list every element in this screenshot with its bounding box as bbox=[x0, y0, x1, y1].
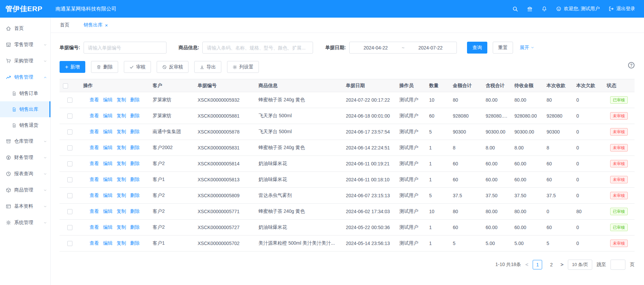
sidebar-item-product[interactable]: 商品管理 bbox=[0, 182, 50, 198]
sidebar-item-sales-order[interactable]: 销售订单 bbox=[0, 85, 50, 101]
tab-sales-outbound[interactable]: 销售出库 × bbox=[84, 22, 108, 28]
row-delete-link[interactable]: 删除 bbox=[130, 192, 140, 198]
row-delete-link[interactable]: 删除 bbox=[130, 177, 140, 182]
sidebar-item-finance[interactable]: 财务管理 bbox=[0, 149, 50, 166]
view-link[interactable]: 查看 bbox=[90, 97, 99, 102]
unaudit-button[interactable]: 反审核 bbox=[157, 61, 188, 73]
row-checkbox[interactable] bbox=[67, 177, 72, 182]
delete-button[interactable]: 删除 bbox=[91, 61, 118, 73]
row-checkbox[interactable] bbox=[67, 129, 72, 135]
search-icon[interactable] bbox=[512, 6, 518, 12]
view-link[interactable]: 查看 bbox=[90, 177, 99, 182]
row-delete-link[interactable]: 删除 bbox=[130, 240, 140, 246]
add-button[interactable]: + 新增 bbox=[60, 61, 85, 73]
col-qty: 数量 bbox=[426, 79, 449, 92]
row-delete-link[interactable]: 删除 bbox=[130, 113, 140, 118]
sidebar-item-warehouse[interactable]: 仓库管理 bbox=[0, 133, 50, 149]
sidebar-item-report[interactable]: 报表查询 bbox=[0, 166, 50, 182]
row-delete-link[interactable]: 删除 bbox=[130, 208, 140, 214]
edit-link[interactable]: 编辑 bbox=[103, 224, 113, 230]
select-all-checkbox[interactable] bbox=[63, 83, 68, 88]
jump-label: 跳至 bbox=[597, 262, 606, 268]
edit-link[interactable]: 编辑 bbox=[103, 208, 113, 214]
copy-link[interactable]: 复制 bbox=[117, 240, 126, 246]
edit-link[interactable]: 编辑 bbox=[103, 161, 113, 166]
row-delete-link[interactable]: 删除 bbox=[130, 145, 140, 150]
view-link[interactable]: 查看 bbox=[90, 161, 99, 166]
page-size-select[interactable]: 10 条/页 bbox=[568, 260, 592, 270]
edit-link[interactable]: 编辑 bbox=[103, 192, 113, 198]
copy-link[interactable]: 复制 bbox=[117, 208, 126, 214]
copy-link[interactable]: 复制 bbox=[117, 161, 126, 166]
next-page-arrow[interactable]: > bbox=[560, 262, 563, 268]
row-checkbox[interactable] bbox=[67, 161, 72, 166]
view-link[interactable]: 查看 bbox=[90, 145, 99, 150]
copy-link[interactable]: 复制 bbox=[117, 145, 126, 150]
row-delete-link[interactable]: 删除 bbox=[130, 224, 140, 230]
table-row: 查看编辑复制删除 罗莱家纺 XSCK00000005932 蜂蜜柚子茶 240g… bbox=[60, 92, 635, 108]
row-checkbox[interactable] bbox=[67, 209, 72, 214]
copy-link[interactable]: 复制 bbox=[117, 97, 126, 102]
view-link[interactable]: 查看 bbox=[90, 240, 99, 246]
row-checkbox[interactable] bbox=[67, 193, 72, 198]
welcome-user[interactable]: 欢迎您, 测试用户 bbox=[556, 6, 600, 12]
sidebar-item-sales-return[interactable]: 销售退货 bbox=[0, 117, 50, 133]
edit-link[interactable]: 编辑 bbox=[103, 240, 113, 246]
prev-page-arrow[interactable]: < bbox=[525, 262, 528, 268]
card-icon bbox=[6, 204, 11, 209]
row-checkbox[interactable] bbox=[67, 145, 72, 150]
date-range-picker[interactable]: 2024-04-22 ~ 2024-07-22 bbox=[349, 42, 457, 54]
column-settings-button[interactable]: 列设置 bbox=[227, 61, 259, 73]
reset-button[interactable]: 重置 bbox=[493, 42, 513, 54]
copy-link[interactable]: 复制 bbox=[117, 129, 126, 134]
edit-link[interactable]: 编辑 bbox=[103, 177, 113, 182]
view-link[interactable]: 查看 bbox=[90, 192, 99, 198]
sidebar-item-retail[interactable]: 零售管理 bbox=[0, 37, 50, 53]
view-link[interactable]: 查看 bbox=[90, 129, 99, 134]
main-area: 首页 销售出库 × 单据编号: 商品信息: 单据日期: bbox=[51, 18, 644, 285]
sidebar-item-home[interactable]: 首页 bbox=[0, 20, 50, 37]
copy-link[interactable]: 复制 bbox=[117, 192, 126, 198]
page-button-1[interactable]: 1 bbox=[533, 260, 542, 269]
operator-cell: 测试用户 bbox=[396, 236, 426, 251]
expand-link[interactable]: 展开 bbox=[520, 45, 534, 51]
page-button-2[interactable]: 2 bbox=[547, 260, 556, 269]
logout-button[interactable]: 退出登录 bbox=[608, 6, 635, 12]
edit-link[interactable]: 编辑 bbox=[103, 113, 113, 118]
edit-link[interactable]: 编辑 bbox=[103, 129, 113, 134]
view-link[interactable]: 查看 bbox=[90, 113, 99, 118]
tab-home[interactable]: 首页 bbox=[60, 22, 69, 28]
table-header-row: 操作 客户 单据编号 商品信息 单据日期 操作员 数量 金额合计 含税合计 待收… bbox=[60, 79, 635, 92]
row-checkbox[interactable] bbox=[67, 98, 72, 103]
notification-bell-icon[interactable] bbox=[541, 6, 547, 12]
row-checkbox[interactable] bbox=[67, 241, 72, 246]
sidebar-item-purchase[interactable]: 采购管理 bbox=[0, 53, 50, 69]
export-button[interactable]: 导出 bbox=[194, 61, 221, 73]
copy-link[interactable]: 复制 bbox=[117, 177, 126, 182]
search-button[interactable]: 查询 bbox=[467, 42, 487, 54]
status-badge: 未审核 bbox=[610, 160, 628, 167]
row-checkbox[interactable] bbox=[67, 114, 72, 119]
product-info-input[interactable] bbox=[202, 42, 313, 54]
jump-page-input[interactable] bbox=[610, 260, 625, 270]
sidebar-item-basic[interactable]: 基本资料 bbox=[0, 198, 50, 215]
bill-no-input[interactable] bbox=[84, 42, 166, 54]
row-delete-link[interactable]: 删除 bbox=[130, 161, 140, 166]
date-separator: ~ bbox=[402, 45, 404, 50]
help-icon[interactable]: ? bbox=[628, 62, 635, 68]
copy-link[interactable]: 复制 bbox=[117, 113, 126, 118]
home-shortcut-icon[interactable] bbox=[527, 6, 533, 12]
edit-link[interactable]: 编辑 bbox=[103, 145, 113, 150]
sidebar-item-sales[interactable]: 销售管理 bbox=[0, 69, 50, 85]
copy-link[interactable]: 复制 bbox=[117, 224, 126, 230]
edit-link[interactable]: 编辑 bbox=[103, 97, 113, 102]
view-link[interactable]: 查看 bbox=[90, 208, 99, 214]
view-link[interactable]: 查看 bbox=[90, 224, 99, 230]
row-delete-link[interactable]: 删除 bbox=[130, 129, 140, 134]
row-delete-link[interactable]: 删除 bbox=[130, 97, 140, 102]
sidebar-item-system[interactable]: 系统管理 bbox=[0, 215, 50, 231]
close-tab-icon[interactable]: × bbox=[105, 23, 108, 28]
audit-button[interactable]: 审核 bbox=[124, 61, 151, 73]
sidebar-item-sales-outbound[interactable]: 销售出库 bbox=[0, 101, 50, 117]
row-checkbox[interactable] bbox=[67, 225, 72, 230]
